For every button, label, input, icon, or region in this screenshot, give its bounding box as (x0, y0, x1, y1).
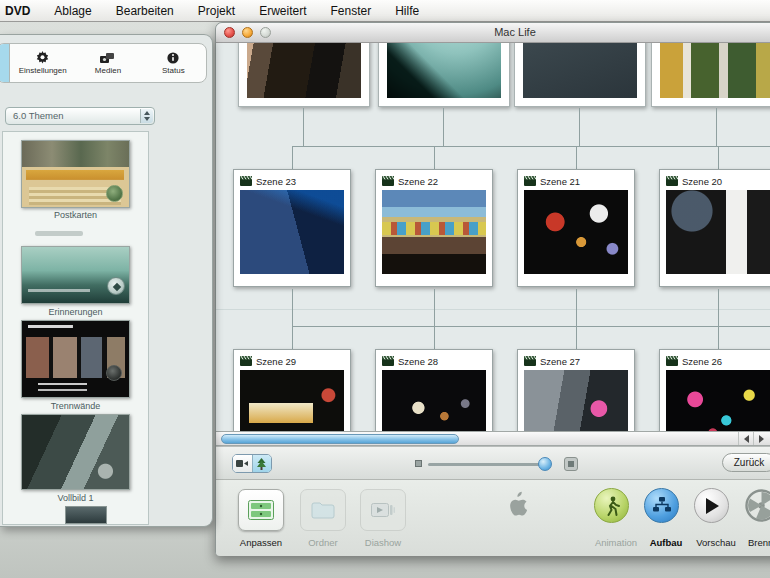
clapper-icon (524, 356, 536, 366)
themes-drawer: Einstellungen Medien Status 6.0 Themen P… (0, 34, 213, 527)
menu-bar: DVD Ablage Bearbeiten Projekt Erweitert … (0, 0, 770, 22)
scene-label: Szene 23 (256, 176, 296, 187)
scene-label: Szene 29 (256, 356, 296, 367)
info-icon (167, 52, 179, 64)
walking-figure-icon (603, 496, 621, 516)
scene-card[interactable] (514, 43, 646, 107)
scene-card[interactable] (238, 43, 370, 107)
tree-connector (303, 108, 304, 146)
scene-card[interactable]: Szene 22 (375, 169, 493, 287)
menu-fenster[interactable]: Fenster (330, 4, 371, 18)
dropdown-stepper-icon (140, 109, 153, 123)
flowchart-icon (652, 497, 672, 515)
scene-thumbnail (523, 43, 637, 98)
theme-label: Trennwände (3, 401, 148, 411)
theme-item-erinnerungen[interactable] (21, 246, 130, 304)
scene-card[interactable]: Szene 29 (233, 349, 351, 431)
scene-thumbnail (382, 190, 486, 274)
theme-item-vollbild[interactable] (21, 414, 130, 490)
vertical-layout-button[interactable] (252, 455, 271, 472)
scene-card[interactable]: Szene 20 (659, 169, 770, 287)
theme-item-partial[interactable] (65, 506, 107, 524)
scene-card[interactable] (378, 43, 510, 107)
size-slider-thumb[interactable] (538, 457, 552, 471)
theme-item-postkarten[interactable] (21, 140, 130, 208)
motion-button[interactable] (594, 488, 629, 523)
scene-card[interactable]: Szene 28 (375, 349, 493, 431)
scene-label: Szene 26 (682, 356, 722, 367)
tab-themes-partial[interactable] (0, 44, 10, 82)
tree-connector (292, 326, 770, 327)
add-folder-button[interactable] (300, 489, 346, 531)
menu-hilfe[interactable]: Hilfe (395, 4, 419, 18)
clapper-icon (382, 356, 394, 366)
tree-connector (576, 326, 577, 349)
theme-label: Erinnerungen (3, 307, 148, 317)
tree-connector (576, 289, 577, 326)
horizontal-layout-button[interactable] (233, 455, 252, 472)
main-toolbar: Anpassen Ordner Diashow Animation Aufbau (216, 479, 770, 556)
title-bar[interactable]: Mac Life (216, 23, 770, 43)
clapper-icon (524, 176, 536, 186)
menu-erweitert[interactable]: Erweitert (259, 4, 306, 18)
customize-drawer-icon (248, 500, 274, 520)
scene-label: Szene 22 (398, 176, 438, 187)
theme-caption-blur (35, 231, 83, 236)
tab-label: Medien (95, 66, 121, 75)
window-title: Mac Life (216, 26, 770, 38)
scene-card[interactable]: Szene 21 (517, 169, 635, 287)
scene-thumbnail (387, 43, 501, 98)
scene-thumbnail (524, 190, 628, 274)
themes-version-dropdown[interactable]: 6.0 Themen (5, 107, 155, 125)
tree-connector (443, 108, 444, 146)
menu-ablage[interactable]: Ablage (54, 4, 91, 18)
tree-connector (292, 146, 293, 169)
tree-connector (434, 146, 435, 169)
map-button[interactable] (644, 488, 679, 523)
scene-card[interactable]: Szene 26 (659, 349, 770, 431)
scene-card[interactable]: Szene 23 (233, 169, 351, 287)
burn-button[interactable] (744, 488, 770, 523)
burn-label: Brennen (734, 537, 770, 548)
horizontal-layout-icon (236, 459, 248, 468)
tree-connector (576, 146, 577, 169)
theme-label: Postkarten (3, 210, 148, 220)
folder-icon (311, 501, 335, 519)
size-slider-track[interactable] (428, 463, 542, 466)
tab-medien[interactable]: Medien (75, 44, 140, 82)
tree-connector (579, 108, 580, 146)
customize-button[interactable] (238, 489, 284, 531)
menu-bearbeiten[interactable]: Bearbeiten (116, 4, 174, 18)
scrollbar-thumb[interactable] (221, 434, 459, 444)
tree-connector (718, 146, 719, 169)
clapper-icon (240, 356, 252, 366)
tree-connector (716, 108, 717, 146)
theme-item-trennwaende[interactable] (21, 320, 130, 398)
theme-label: Vollbild 1 (3, 493, 148, 503)
preview-button[interactable] (694, 488, 729, 523)
tab-einstellungen[interactable]: Einstellungen (10, 44, 75, 82)
tree-connector (292, 326, 293, 349)
scroll-left-button[interactable] (738, 432, 753, 445)
scene-thumbnail (666, 190, 770, 274)
theme-list: Postkarten Erinnerungen Trennwände Vollb… (2, 131, 149, 525)
scene-label: Szene 21 (540, 176, 580, 187)
scene-card[interactable] (651, 43, 770, 107)
back-button[interactable]: Zurück (722, 453, 770, 472)
tab-status[interactable]: Status (141, 44, 206, 82)
tree-connector (718, 326, 719, 349)
tab-label: Status (162, 66, 185, 75)
apple-logo (504, 491, 528, 523)
tree-connector (292, 289, 293, 326)
horizontal-scrollbar[interactable] (216, 431, 770, 446)
scene-card[interactable]: Szene 27 (517, 349, 635, 431)
scene-thumbnail (240, 370, 344, 431)
menu-app[interactable]: DVD (5, 4, 30, 18)
scene-thumbnail (382, 370, 486, 431)
zoom-in-icon (564, 457, 578, 471)
scroll-right-button[interactable] (753, 432, 768, 445)
scene-label: Szene 27 (540, 356, 580, 367)
add-slideshow-button[interactable] (360, 489, 406, 531)
menu-projekt[interactable]: Projekt (198, 4, 235, 18)
customize-label: Anpassen (229, 537, 293, 548)
